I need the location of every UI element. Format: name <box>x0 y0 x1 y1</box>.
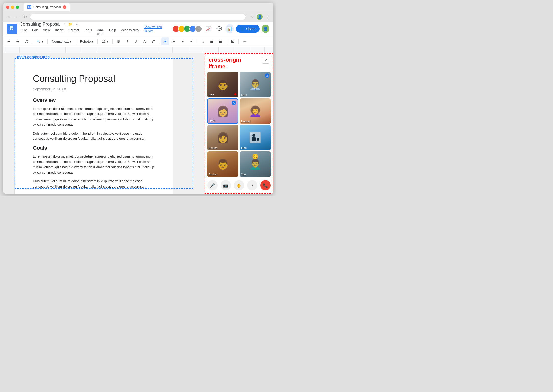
video-tile-beth[interactable]: 👩 Beth <box>207 98 238 124</box>
docs-title-row: Consulting Proposal ☆ 📁 ☁ <box>20 22 141 27</box>
menu-help[interactable]: Help <box>107 28 118 36</box>
back-button[interactable]: ← <box>6 14 12 20</box>
voicetyping-icon-btn[interactable]: 📊 <box>225 24 234 33</box>
menu-file[interactable]: File <box>20 28 29 36</box>
insert-image-button[interactable]: 🖼 <box>229 37 236 45</box>
zoom-dropdown[interactable]: 🔍 ▾ <box>34 37 45 45</box>
share-icon: 👤 <box>240 27 244 31</box>
comments-icon-btn[interactable]: 💬 <box>215 24 223 33</box>
highlight-button[interactable]: 🖊 <box>149 37 157 45</box>
profile-avatar[interactable]: 👤 <box>257 14 263 20</box>
docs-content[interactable]: main content area Consulting Proposal Se… <box>3 53 205 194</box>
undo-button[interactable]: ↩ <box>5 37 13 45</box>
fontsize-dropdown[interactable]: 11 ▾ <box>100 37 110 45</box>
align-left-button[interactable]: ≡ <box>161 37 169 45</box>
folder-icon[interactable]: 📁 <box>68 22 72 26</box>
docs-header-right: Show version history + 📈 💬 📊 👤 Share <box>144 24 269 33</box>
jordan-name: Jordan <box>209 173 217 176</box>
justify-button[interactable]: ≡ <box>187 37 195 45</box>
mike-name: Mike <box>241 93 247 96</box>
share-label: Share <box>246 27 255 31</box>
end-call-button[interactable]: 📞 <box>260 180 271 190</box>
video-tile-aziz[interactable]: 👨 Aziz <box>207 72 238 97</box>
redo-button[interactable]: ↪ <box>14 37 21 45</box>
tab-close-button[interactable]: × <box>63 5 66 9</box>
align-right-button[interactable]: ≡ <box>179 37 186 45</box>
video-tile-mike[interactable]: 👨‍💼 Mike <box>240 72 271 97</box>
document-title[interactable]: Consulting Proposal <box>20 22 61 27</box>
cloud-icon[interactable]: ☁ <box>74 22 78 26</box>
menu-view[interactable]: View <box>41 28 52 36</box>
expand-icon: ⤢ <box>264 58 267 62</box>
analytics-icon-btn[interactable]: 📈 <box>204 24 213 33</box>
style-dropdown[interactable]: Normal text ▾ <box>50 37 73 45</box>
docs-toolbar: ↩ ↪ 🖨 🔍 ▾ Normal text ▾ Roboto ▾ <box>3 36 273 47</box>
numbered-list-button[interactable]: ☰ <box>217 37 224 45</box>
style-chevron: ▾ <box>70 40 71 43</box>
main-content-label: main content area <box>17 55 50 59</box>
fontsize-chevron: ▾ <box>107 40 108 43</box>
you-emoji: 😊 <box>252 153 258 160</box>
italic-button[interactable]: I <box>123 37 131 45</box>
version-history-link[interactable]: Show version history <box>144 25 170 32</box>
video-tile-elad[interactable]: 👨‍👦 Elad <box>240 125 271 150</box>
video-tile-jordan[interactable]: 👨 Jordan <box>207 151 238 177</box>
iframe-header: cross-origin iframe ⤢ <box>205 54 273 72</box>
video-grid: 👨 Aziz 👨‍💼 Mike <box>205 72 273 177</box>
docs-logo <box>7 24 17 34</box>
menu-insert[interactable]: Insert <box>53 28 66 36</box>
bullet-list-button[interactable]: ☰ <box>208 37 216 45</box>
font-label: Roboto <box>80 40 91 43</box>
close-traffic-light[interactable] <box>6 6 9 9</box>
menu-edit[interactable]: Edit <box>30 28 40 36</box>
print-button[interactable]: 🖨 <box>22 37 30 45</box>
overview-text-1: Lorem ipsum dolor sit amet, consectetuer… <box>33 106 154 127</box>
bold-button[interactable]: B <box>115 37 122 45</box>
menu-accessibility[interactable]: Accessibility <box>119 28 141 36</box>
forward-button[interactable]: → <box>14 14 20 20</box>
page-wrapper: main content area Consulting Proposal Se… <box>3 58 205 189</box>
goals-heading: Goals <box>33 145 154 151</box>
menu-addons[interactable]: Add-ons <box>95 28 106 36</box>
underline-button[interactable]: U <box>132 37 140 45</box>
browser-window: Consulting Proposal × ← → ↻ ☆ 👤 ⋮ <box>3 3 273 194</box>
toolbar-divider-4 <box>97 39 98 44</box>
star-icon[interactable]: ☆ <box>63 22 66 26</box>
edit-pencil-button[interactable]: ✏ <box>241 37 248 45</box>
browser-titlebar: Consulting Proposal × <box>3 3 273 12</box>
address-bar[interactable] <box>30 14 246 20</box>
more-options-button[interactable]: ⋮ <box>247 180 257 190</box>
video-tile-annika[interactable]: 👩 Annika <box>207 125 238 150</box>
refresh-button[interactable]: ↻ <box>22 14 28 20</box>
menu-format[interactable]: Format <box>67 28 81 36</box>
bookmark-icon[interactable]: ☆ <box>250 15 254 19</box>
goals-text-2: Duis autem vel eum iriure dolor in hendr… <box>33 179 154 189</box>
you-name: You <box>241 173 246 176</box>
align-center-button[interactable]: ≡ <box>170 37 178 45</box>
toggle-camera-button[interactable]: 📷 <box>221 180 231 190</box>
svg-rect-10 <box>234 102 234 103</box>
browser-menu-icon[interactable]: ⋮ <box>266 14 270 20</box>
active-tab[interactable]: Consulting Proposal × <box>24 3 70 11</box>
user-avatar[interactable]: 👤 <box>262 25 269 33</box>
elad-name: Elad <box>241 146 247 149</box>
annika-name: Annika <box>209 146 217 149</box>
minimize-traffic-light[interactable] <box>11 6 14 9</box>
mute-mic-button[interactable]: 🎤 <box>207 180 218 190</box>
maximize-traffic-light[interactable] <box>16 6 19 9</box>
iframe-expand-button[interactable]: ⤢ <box>262 57 269 64</box>
font-dropdown[interactable]: Roboto ▾ <box>78 37 95 45</box>
line-spacing-button[interactable]: ↕ <box>199 37 207 45</box>
raise-hand-button[interactable]: ✋ <box>234 180 244 190</box>
video-tile-you[interactable]: 👨‍🦱 😊 You <box>240 151 271 177</box>
text-color-button[interactable]: A <box>141 37 148 45</box>
document-page[interactable]: Consulting Proposal September 04, 20XX O… <box>15 58 173 194</box>
menu-tools[interactable]: Tools <box>82 28 94 36</box>
aziz-name: Aziz <box>209 93 214 96</box>
video-tile-lindsay[interactable]: 👩‍🦱 Lindsay <box>240 98 271 124</box>
goals-text-1: Lorem ipsum dolor sit amet, consectetuer… <box>33 154 154 175</box>
page-date: September 04, 20XX <box>33 87 154 91</box>
browser-toolbar: ← → ↻ ☆ 👤 ⋮ <box>3 12 273 22</box>
overview-heading: Overview <box>33 97 154 103</box>
share-button[interactable]: 👤 Share <box>236 25 259 33</box>
